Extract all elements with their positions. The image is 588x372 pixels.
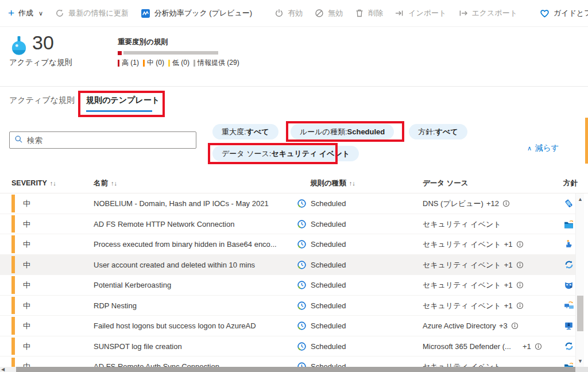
sync-icon [564, 255, 574, 276]
severity-bar-chart [118, 51, 243, 55]
severity-bar-high-segment [118, 51, 122, 55]
legend-marker-informational [194, 60, 195, 67]
trash-icon [355, 9, 364, 18]
data-source-plus-count: +1 [504, 234, 513, 255]
filter-data-source[interactable]: データ ソース : セキュリティ イベント [212, 146, 359, 161]
table-row[interactable]: 中NOBELIUM - Domain, Hash and IP IOCs - M… [0, 193, 575, 214]
column-header-rule-type[interactable]: 規則の種類↑↓ [310, 173, 355, 193]
rule-type: Scheduled [297, 296, 346, 316]
workbook-button[interactable]: 分析効率ブック (プレビュー) [141, 8, 252, 18]
info-icon[interactable] [516, 241, 524, 248]
info-icon[interactable] [511, 322, 519, 330]
scheduled-clock-icon [297, 260, 307, 270]
severity-label: 中 [23, 255, 30, 276]
data-source: Azure Active Directory+3 [423, 316, 519, 336]
table-row[interactable]: 中Failed host logons but success logon to… [0, 316, 575, 336]
sort-icon: ↑↓ [111, 180, 117, 187]
tab-rule-templates[interactable]: 規則のテンプレート [86, 95, 160, 106]
import-button[interactable]: インポート [395, 8, 446, 18]
info-icon[interactable] [516, 302, 524, 309]
info-icon[interactable] [516, 261, 524, 269]
guides-label: ガイドとフィー [554, 8, 588, 18]
rule-name: Potential Kerberoasting [94, 275, 295, 296]
severity-bar-informational-segment [123, 51, 218, 55]
info-icon[interactable] [502, 200, 510, 207]
rules-table-body: 中NOBELIUM - Domain, Hash and IP IOCs - M… [0, 193, 575, 367]
import-icon [395, 9, 404, 18]
create-label: 作成 [18, 8, 33, 18]
mask-icon [564, 275, 574, 296]
severity-summary-title: 重要度別の規則 [118, 37, 243, 47]
table-row[interactable]: 中User account created and deleted within… [0, 255, 575, 276]
rule-type: Scheduled [297, 193, 346, 214]
severity-color-bar [11, 317, 15, 335]
sentinel-analytics-page: + 作成 ∨ 最新の情報に更新 分析効率ブック (プレビュー) 有効 無効 削除… [0, 0, 588, 372]
horizontal-scrollbar[interactable]: ◀ [0, 367, 588, 372]
workbook-icon [141, 9, 150, 18]
vertical-scrollbar[interactable]: ▲ ▼ [575, 193, 584, 367]
enable-button[interactable]: 有効 [274, 8, 303, 18]
severity-legend: 高 (1) 中 (0) 低 (0) 情報提供 (29) [118, 58, 243, 68]
vertical-scrollbar-thumb[interactable] [577, 296, 583, 331]
column-header-name[interactable]: 名前↑↓ [94, 173, 117, 193]
severity-color-bar [11, 215, 15, 233]
active-rules-count: 30 [32, 32, 54, 54]
table-row[interactable]: 中Process executed from binary hidden in … [0, 234, 575, 255]
severity-label: 中 [23, 193, 30, 214]
rule-name: AD FS Remote Auth Sync Connection [94, 356, 295, 367]
scroll-up-arrow[interactable]: ▲ [576, 196, 585, 202]
severity-color-bar [11, 256, 15, 274]
rule-name: NOBELIUM - Domain, Hash and IP IOCs - Ma… [94, 193, 295, 214]
export-button[interactable]: エクスポート [458, 8, 517, 18]
table-row[interactable]: 中Potential KerberoastingScheduledセキュリティ … [0, 275, 575, 296]
rule-name: AD FS Remote HTTP Network Connection [94, 214, 295, 235]
rule-type: Scheduled [297, 316, 346, 336]
search-icon [14, 135, 23, 145]
power-icon [274, 9, 284, 18]
plus-icon: + [8, 9, 14, 18]
filter-severity[interactable]: 重大度 : すべて [212, 124, 278, 140]
create-button[interactable]: + 作成 ∨ [8, 8, 43, 18]
guides-feedback-button[interactable]: ガイドとフィー [540, 8, 588, 18]
table-row[interactable]: 中RDP NestingScheduledセキュリティ イベント+1 [0, 296, 575, 316]
severity-color-bar [11, 297, 15, 315]
column-header-tactics[interactable]: 方針 [563, 173, 578, 193]
refresh-label: 最新の情報に更新 [68, 8, 129, 18]
severity-label: 中 [23, 336, 30, 357]
filter-rule-type[interactable]: ルールの種類 : Scheduled [291, 124, 394, 140]
tab-active-rules[interactable]: アクティブな規則 [9, 95, 75, 106]
table-row[interactable]: 中SUNSPOT log file creationScheduledMicro… [0, 336, 575, 357]
info-icon[interactable] [535, 343, 542, 350]
scroll-left-arrow[interactable]: ◀ [1, 367, 5, 372]
table-row[interactable]: 中AD FS Remote HTTP Network ConnectionSch… [0, 214, 575, 235]
legend-item-high: 高 (1) [118, 58, 142, 68]
info-icon[interactable] [516, 281, 524, 289]
rule-name: Process executed from binary hidden in B… [94, 234, 295, 255]
search-input[interactable] [27, 136, 191, 145]
column-header-severity[interactable]: SEVERITY↑↓ [11, 173, 56, 193]
active-tab-underline [86, 110, 152, 112]
refresh-button[interactable]: 最新の情報に更新 [55, 8, 129, 18]
flask-icon [10, 36, 28, 57]
import-label: インポート [408, 8, 446, 18]
phone-icon [564, 193, 574, 214]
scroll-down-arrow[interactable]: ▼ [576, 358, 585, 364]
table-row[interactable]: 中AD FS Remote Auth Sync ConnectionSchedu… [0, 356, 575, 367]
scheduled-clock-icon [297, 280, 307, 290]
delete-label: 削除 [368, 8, 383, 18]
horizontal-scrollbar-thumb[interactable] [16, 367, 575, 372]
chevron-down-icon: ∨ [38, 10, 43, 17]
delete-button[interactable]: 削除 [355, 8, 383, 18]
collapse-filters-link[interactable]: ∧ 減らす [527, 143, 559, 153]
column-header-data-source[interactable]: データ ソース [423, 173, 469, 193]
severity-label: 中 [23, 296, 30, 316]
severity-label: 中 [23, 356, 30, 367]
disable-button[interactable]: 無効 [315, 8, 343, 18]
scheduled-clock-icon [297, 362, 307, 367]
rule-name: SUNSPOT log file creation [94, 336, 295, 357]
severity-color-bar [11, 235, 15, 253]
command-bar: + 作成 ∨ 最新の情報に更新 分析効率ブック (プレビュー) 有効 無効 削除… [0, 0, 588, 27]
filter-tactics[interactable]: 方針 : すべて [409, 124, 467, 140]
monitor-lock-icon [564, 316, 574, 336]
legend-item-informational: 情報提供 (29) [194, 58, 242, 68]
